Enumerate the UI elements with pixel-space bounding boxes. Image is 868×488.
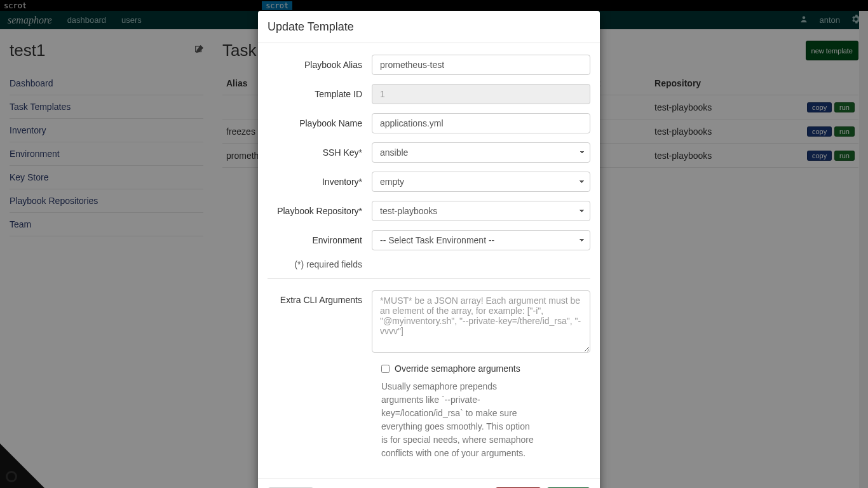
env-label: Environment <box>268 235 372 245</box>
inv-label: Inventory* <box>268 177 372 187</box>
update-template-modal: Update Template Playbook Alias Template … <box>258 11 600 488</box>
pbname-label: Playbook Name <box>268 118 372 128</box>
tid-label: Template ID <box>268 89 372 99</box>
override-label: Override semaphore arguments <box>395 363 520 374</box>
override-help: Usually semaphore prepends arguments lik… <box>381 380 534 460</box>
environment-select[interactable]: -- Select Task Environment -- <box>372 230 590 250</box>
repo-label: Playbook Repository* <box>268 206 372 216</box>
repo-select[interactable]: test-playbooks <box>372 201 590 221</box>
ssh-key-select[interactable]: ansible <box>372 142 590 163</box>
template-id-input <box>372 84 590 104</box>
inventory-select[interactable]: empty <box>372 172 590 192</box>
modal-header: Update Template <box>258 11 600 43</box>
cli-args-textarea[interactable] <box>372 290 590 353</box>
cli-label: Extra CLI Arguments <box>268 290 372 305</box>
playbook-name-input[interactable] <box>372 113 590 133</box>
ssh-label: SSH Key* <box>268 147 372 158</box>
modal-title: Update Template <box>268 20 590 34</box>
required-note: (*) required fields <box>268 259 372 269</box>
alias-input[interactable] <box>372 55 590 75</box>
alias-label: Playbook Alias <box>268 60 372 70</box>
override-checkbox[interactable] <box>381 365 390 373</box>
